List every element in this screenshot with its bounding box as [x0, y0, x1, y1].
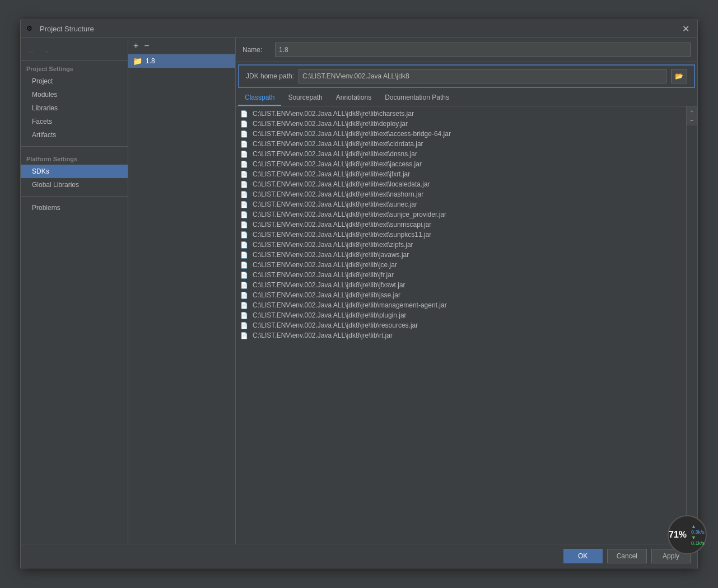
scroll-down-button[interactable]: − — [687, 116, 697, 125]
classpath-path: C:\LIST.ENV\env.002.Java ALL\jdk8\jre\li… — [253, 271, 394, 279]
classpath-item[interactable]: 📄C:\LIST.ENV\env.002.Java ALL\jdk8\jre\l… — [236, 290, 686, 300]
name-input[interactable] — [275, 43, 691, 57]
jar-icon: 📄 — [240, 332, 249, 339]
classpath-item[interactable]: 📄C:\LIST.ENV\env.002.Java ALL\jdk8\jre\l… — [236, 330, 686, 340]
classpath-item[interactable]: 📄C:\LIST.ENV\env.002.Java ALL\jdk8\jre\l… — [236, 310, 686, 320]
classpath-path: C:\LIST.ENV\env.002.Java ALL\jdk8\jre\li… — [253, 301, 447, 309]
detail-panel: Name: JDK home path: 📂 Classpath Sourcep… — [236, 38, 697, 544]
network-row: 71% ▲ 0.3k/s ▼ 0.1k/s — [669, 524, 706, 546]
jar-icon: 📄 — [240, 141, 249, 148]
jar-icon: 📄 — [240, 211, 249, 218]
jar-icon: 📄 — [240, 110, 249, 118]
main-content: ← → Project Settings Project Modules Lib… — [21, 38, 697, 544]
classpath-path: C:\LIST.ENV\env.002.Java ALL\jdk8\jre\li… — [253, 251, 409, 259]
classpath-area: 📄C:\LIST.ENV\env.002.Java ALL\jdk8\jre\l… — [236, 106, 697, 544]
back-button[interactable]: ← — [25, 46, 38, 57]
sidebar-item-sdks[interactable]: SDKs — [21, 165, 128, 178]
classpath-item[interactable]: 📄C:\LIST.ENV\env.002.Java ALL\jdk8\jre\l… — [236, 320, 686, 330]
classpath-path: C:\LIST.ENV\env.002.Java ALL\jdk8\jre\li… — [253, 140, 423, 148]
jar-icon: 📄 — [240, 302, 249, 309]
browse-folder-button[interactable]: 📂 — [671, 69, 687, 83]
classpath-item[interactable]: 📄C:\LIST.ENV\env.002.Java ALL\jdk8\jre\l… — [236, 109, 686, 119]
jar-icon: 📄 — [240, 272, 249, 279]
jar-icon: 📄 — [240, 161, 249, 168]
tab-documentation-paths[interactable]: Documentation Paths — [378, 90, 456, 106]
jar-icon: 📄 — [240, 201, 249, 208]
scroll-up-button[interactable]: + — [687, 106, 697, 116]
sidebar-item-problems[interactable]: Problems — [21, 201, 128, 214]
jdk-home-input[interactable] — [299, 69, 666, 83]
network-widget: 71% ▲ 0.3k/s ▼ 0.1k/s — [668, 515, 707, 554]
sidebar-item-project[interactable]: Project — [21, 74, 128, 88]
jar-icon: 📄 — [240, 171, 249, 178]
classpath-item[interactable]: 📄C:\LIST.ENV\env.002.Java ALL\jdk8\jre\l… — [236, 179, 686, 189]
sdk-list: 📁 1.8 — [128, 54, 235, 544]
sidebar-item-facets[interactable]: Facets — [21, 115, 128, 128]
sidebar-item-global-libraries[interactable]: Global Libraries — [21, 178, 128, 192]
classpath-path: C:\LIST.ENV\env.002.Java ALL\jdk8\jre\li… — [253, 211, 446, 218]
classpath-item[interactable]: 📄C:\LIST.ENV\env.002.Java ALL\jdk8\jre\l… — [236, 149, 686, 159]
classpath-path: C:\LIST.ENV\env.002.Java ALL\jdk8\jre\li… — [253, 110, 414, 118]
tab-sourcepath[interactable]: Sourcepath — [281, 90, 329, 106]
sidebar-item-artifacts[interactable]: Artifacts — [21, 128, 128, 142]
classpath-item[interactable]: 📄C:\LIST.ENV\env.002.Java ALL\jdk8\jre\l… — [236, 260, 686, 270]
classpath-path: C:\LIST.ENV\env.002.Java ALL\jdk8\jre\li… — [253, 170, 410, 178]
classpath-path: C:\LIST.ENV\env.002.Java ALL\jdk8\jre\li… — [253, 291, 400, 299]
classpath-item[interactable]: 📄C:\LIST.ENV\env.002.Java ALL\jdk8\jre\l… — [236, 189, 686, 199]
sdk-list-panel: + − 📁 1.8 — [128, 38, 236, 544]
ok-button[interactable]: OK — [563, 549, 603, 563]
sdk-list-toolbar: + − — [128, 38, 235, 54]
classpath-item[interactable]: 📄C:\LIST.ENV\env.002.Java ALL\jdk8\jre\l… — [236, 300, 686, 310]
classpath-item[interactable]: 📄C:\LIST.ENV\env.002.Java ALL\jdk8\jre\l… — [236, 129, 686, 139]
classpath-item[interactable]: 📄C:\LIST.ENV\env.002.Java ALL\jdk8\jre\l… — [236, 240, 686, 250]
browse-folder-icon: 📂 — [675, 72, 683, 80]
platform-settings-header: Platform Settings — [21, 151, 128, 165]
jar-icon: 📄 — [240, 130, 249, 138]
jar-icon: 📄 — [240, 120, 249, 128]
sidebar-item-modules[interactable]: Modules — [21, 88, 128, 101]
remove-sdk-button[interactable]: − — [142, 40, 151, 52]
sidebar: ← → Project Settings Project Modules Lib… — [21, 38, 128, 544]
classpath-item[interactable]: 📄C:\LIST.ENV\env.002.Java ALL\jdk8\jre\l… — [236, 139, 686, 149]
classpath-path: C:\LIST.ENV\env.002.Java ALL\jdk8\jre\li… — [253, 321, 418, 329]
classpath-item[interactable]: 📄C:\LIST.ENV\env.002.Java ALL\jdk8\jre\l… — [236, 119, 686, 129]
classpath-list: 📄C:\LIST.ENV\env.002.Java ALL\jdk8\jre\l… — [236, 106, 686, 544]
classpath-path: C:\LIST.ENV\env.002.Java ALL\jdk8\jre\li… — [253, 261, 397, 269]
sidebar-item-libraries[interactable]: Libraries — [21, 101, 128, 115]
classpath-item[interactable]: 📄C:\LIST.ENV\env.002.Java ALL\jdk8\jre\l… — [236, 199, 686, 209]
jar-icon: 📄 — [240, 322, 249, 329]
jar-icon: 📄 — [240, 151, 249, 158]
classpath-item[interactable]: 📄C:\LIST.ENV\env.002.Java ALL\jdk8\jre\l… — [236, 159, 686, 169]
classpath-item[interactable]: 📄C:\LIST.ENV\env.002.Java ALL\jdk8\jre\l… — [236, 270, 686, 280]
jar-icon: 📄 — [240, 262, 249, 269]
sdk-folder-icon: 📁 — [133, 57, 142, 66]
classpath-item[interactable]: 📄C:\LIST.ENV\env.002.Java ALL\jdk8\jre\l… — [236, 230, 686, 240]
sdk-item-1.8[interactable]: 📁 1.8 — [128, 54, 235, 68]
tab-annotations[interactable]: Annotations — [329, 90, 378, 106]
dialog-icon: ⚙ — [26, 25, 35, 34]
jdk-home-label: JDK home path: — [246, 72, 294, 80]
add-sdk-button[interactable]: + — [132, 40, 140, 52]
classpath-path: C:\LIST.ENV\env.002.Java ALL\jdk8\jre\li… — [253, 150, 417, 158]
upload-speed: ▲ 0.3k/s — [691, 524, 706, 535]
classpath-path: C:\LIST.ENV\env.002.Java ALL\jdk8\jre\li… — [253, 160, 422, 168]
scrollbar-area: + − — [686, 106, 697, 544]
download-speed: ▼ 0.1k/s — [691, 535, 706, 546]
cancel-button[interactable]: Cancel — [607, 549, 647, 563]
jar-icon: 📄 — [240, 292, 249, 299]
close-button[interactable]: ✕ — [680, 24, 692, 34]
jar-icon: 📄 — [240, 241, 249, 249]
classpath-item[interactable]: 📄C:\LIST.ENV\env.002.Java ALL\jdk8\jre\l… — [236, 280, 686, 290]
title-bar-left: ⚙ Project Structure — [26, 25, 94, 34]
classpath-item[interactable]: 📄C:\LIST.ENV\env.002.Java ALL\jdk8\jre\l… — [236, 209, 686, 220]
classpath-item[interactable]: 📄C:\LIST.ENV\env.002.Java ALL\jdk8\jre\l… — [236, 169, 686, 179]
tab-classpath[interactable]: Classpath — [238, 90, 281, 106]
classpath-path: C:\LIST.ENV\env.002.Java ALL\jdk8\jre\li… — [253, 130, 451, 138]
classpath-item[interactable]: 📄C:\LIST.ENV\env.002.Java ALL\jdk8\jre\l… — [236, 250, 686, 260]
classpath-path: C:\LIST.ENV\env.002.Java ALL\jdk8\jre\li… — [253, 311, 407, 319]
forward-button[interactable]: → — [40, 46, 52, 57]
sidebar-divider — [21, 146, 128, 147]
classpath-item[interactable]: 📄C:\LIST.ENV\env.002.Java ALL\jdk8\jre\l… — [236, 220, 686, 230]
sdk-item-label: 1.8 — [146, 57, 155, 65]
classpath-path: C:\LIST.ENV\env.002.Java ALL\jdk8\jre\li… — [253, 241, 413, 249]
